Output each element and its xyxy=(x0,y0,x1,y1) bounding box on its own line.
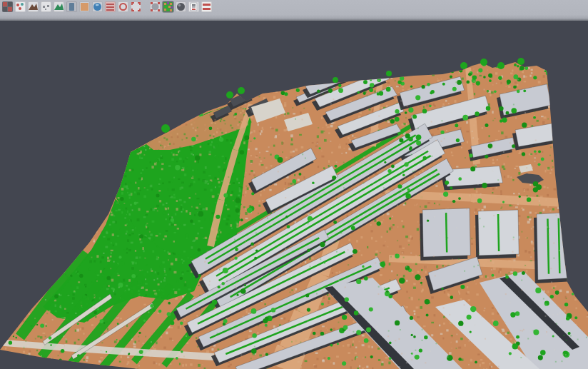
viewport-3d[interactable] xyxy=(0,0,588,369)
render-sphere-icon[interactable] xyxy=(150,1,161,12)
scatter-points-icon[interactable] xyxy=(15,1,26,12)
orthophoto-icon[interactable] xyxy=(79,1,90,12)
sparse-points-icon[interactable] xyxy=(41,1,51,12)
dem-icon[interactable] xyxy=(54,1,64,12)
profile-icon[interactable] xyxy=(66,1,77,12)
app-window xyxy=(0,0,588,369)
snapshot-icon[interactable] xyxy=(188,1,199,12)
ring-tool-icon[interactable] xyxy=(118,1,128,12)
terrain-model-icon[interactable] xyxy=(28,1,39,12)
main-toolbar xyxy=(0,0,588,21)
point-cloud-icon[interactable] xyxy=(2,1,13,12)
classification-display-icon[interactable] xyxy=(163,1,173,12)
toolbar-separator xyxy=(141,1,148,12)
layers-icon[interactable] xyxy=(105,1,116,12)
selection-bounds-icon[interactable] xyxy=(131,1,141,12)
globe-icon[interactable] xyxy=(92,1,103,12)
shaded-sphere-icon[interactable] xyxy=(176,1,186,12)
flag-icon[interactable] xyxy=(201,1,212,12)
